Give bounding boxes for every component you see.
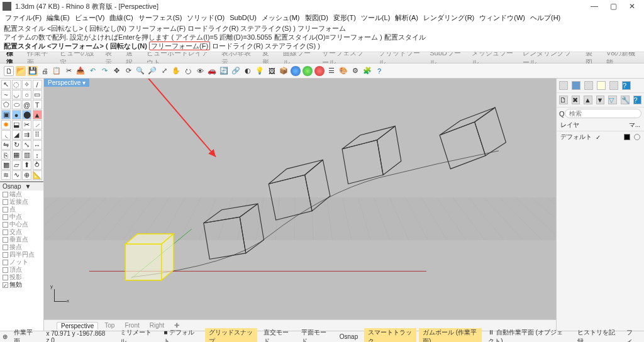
- move-tool-icon[interactable]: ↔: [33, 140, 42, 150]
- analyze-icon[interactable]: 📐: [33, 170, 42, 180]
- sphere-blue-icon[interactable]: [291, 66, 301, 76]
- minimize-button[interactable]: —: [585, 2, 604, 11]
- menu-surface[interactable]: サーフェス(S): [137, 13, 184, 23]
- status-osnap[interactable]: Osnap: [336, 333, 362, 340]
- status-autocplane[interactable]: ⏸ 自動作業平面 (オブジェクト): [484, 328, 571, 343]
- menu-edit[interactable]: 編集(E): [45, 13, 71, 23]
- arc-icon[interactable]: ◡: [12, 90, 21, 99]
- layer-help-icon[interactable]: ?: [633, 96, 642, 104]
- menu-solid[interactable]: ソリッド(O): [186, 13, 226, 23]
- extrude-icon[interactable]: ⬆: [22, 160, 31, 170]
- env-icon[interactable]: [609, 81, 618, 90]
- menu-draft[interactable]: 製図(D): [304, 13, 330, 23]
- layer-color-swatch[interactable]: [624, 134, 630, 140]
- layer-row-default[interactable]: デフォルト ✓: [557, 131, 644, 143]
- menu-analyze[interactable]: 解析(A): [394, 13, 419, 23]
- osnap-proj[interactable]: 投影: [9, 273, 22, 281]
- cmd-highlight-freeform[interactable]: フリーフォーム(F): [149, 41, 210, 50]
- join-icon[interactable]: ⬓: [12, 120, 21, 130]
- view-icon[interactable]: 👁: [195, 66, 205, 76]
- osnap-mid[interactable]: 中点: [9, 213, 22, 221]
- render-icon[interactable]: 🖼: [267, 66, 277, 76]
- dim-icon[interactable]: ↕: [33, 150, 42, 160]
- status-gumball[interactable]: ガムボール (作業平面): [419, 328, 482, 343]
- box-tool-icon[interactable]: ▣: [1, 110, 11, 119]
- layer-up-icon[interactable]: ▲: [584, 96, 592, 104]
- layer-search-input[interactable]: [565, 109, 641, 118]
- gear-icon[interactable]: ⚙: [350, 66, 360, 76]
- material-icon[interactable]: 🎨: [338, 66, 348, 76]
- poly-icon[interactable]: ✧: [22, 80, 31, 89]
- command-area[interactable]: 配置スタイル <回転なし> ( 回転なし(N) フリーフォーム(F) ロードライ…: [0, 23, 644, 52]
- osnap-perp[interactable]: 垂直点: [9, 236, 28, 243]
- split-icon[interactable]: ⟋: [33, 120, 42, 130]
- menu-help[interactable]: ヘルプ(H): [529, 13, 562, 23]
- text-icon[interactable]: T: [33, 100, 42, 109]
- menu-window[interactable]: ウィンドウ(W): [478, 13, 526, 23]
- osnap-disable[interactable]: 無効: [9, 281, 22, 289]
- main-toolbar[interactable]: 🗋 📂 💾 🖨 📋 ✂ 📥 ↶ ↷ ✥ ⟳ 🔍 🔎 ⤢ ✋ ⭮ 👁 🚗 🔄 🔗 …: [0, 63, 644, 79]
- save-icon[interactable]: 💾: [28, 66, 38, 76]
- menu-mesh[interactable]: メッシュ(M): [260, 13, 301, 23]
- sphere-tool-icon[interactable]: ●: [12, 110, 21, 119]
- trim-icon[interactable]: ✂: [22, 120, 31, 130]
- fillet-icon[interactable]: ◟: [1, 130, 11, 140]
- box-icon[interactable]: 📦: [279, 66, 289, 76]
- vtab-perspective[interactable]: Perspective: [57, 322, 98, 329]
- menu-tools[interactable]: ツール(L): [360, 13, 391, 23]
- tab-strip[interactable]: 標準 作業平面 ビューの設定 表示 選択 ビューポートレイアウト 表示/非表示 …: [0, 52, 644, 63]
- boolean-icon[interactable]: ⊕: [22, 170, 31, 180]
- print-icon[interactable]: 🖨: [40, 66, 50, 76]
- osnap-quad[interactable]: 四半円点: [9, 251, 35, 258]
- status-ortho[interactable]: 直交モード: [260, 328, 295, 343]
- bulb-icon[interactable]: 💡: [255, 66, 265, 76]
- loft-icon[interactable]: ≋: [1, 170, 11, 180]
- menu-transform[interactable]: 変形(T): [332, 13, 357, 23]
- clipboard-icon[interactable]: 📋: [52, 66, 62, 76]
- copy-tool-icon[interactable]: ⎘: [1, 150, 11, 160]
- osnap-vert[interactable]: 頂点: [9, 266, 22, 273]
- tool-palette[interactable]: ↖ ◌ ✧ / ~ ◡ ○ ▭ ⬠ ⬭ @ T ▣ ● ⬤ ▲ ✹ ⬓ ✂ ⟋: [0, 79, 44, 331]
- circle-icon[interactable]: ○: [22, 90, 31, 99]
- ellipse-icon[interactable]: ⬭: [12, 100, 21, 109]
- new-icon[interactable]: 🗋: [4, 66, 14, 76]
- status-unit[interactable]: ミリメートル: [116, 328, 157, 343]
- osnap-near[interactable]: 近接点: [9, 198, 28, 206]
- paste-icon[interactable]: 📥: [75, 66, 86, 76]
- curve-icon[interactable]: ~: [1, 90, 11, 99]
- status-history[interactable]: ヒストリを記録: [574, 328, 620, 343]
- menu-render[interactable]: レンダリング(R): [422, 13, 475, 23]
- sweep-icon[interactable]: ∿: [12, 170, 21, 180]
- menu-view[interactable]: ビュー(V): [74, 13, 106, 23]
- layer-down-icon[interactable]: ▼: [596, 96, 605, 104]
- viewport-perspective[interactable]: Perspective ▾: [44, 79, 556, 319]
- rotate-icon[interactable]: ⟳: [123, 66, 133, 76]
- props-icon[interactable]: [559, 81, 568, 90]
- scale-icon[interactable]: ⤡: [22, 140, 31, 150]
- osnap-knot[interactable]: ノット: [9, 258, 28, 266]
- mat-icon[interactable]: [584, 81, 593, 90]
- menu-bar[interactable]: ファイル(F) 編集(E) ビュー(V) 曲線(C) サーフェス(S) ソリッド…: [0, 13, 644, 23]
- zoom-extents-icon[interactable]: ⤢: [159, 66, 169, 76]
- rect-icon[interactable]: ▭: [33, 90, 42, 99]
- osnap-cen[interactable]: 中心点: [9, 221, 28, 228]
- mirror-icon[interactable]: ⇋: [1, 140, 11, 150]
- zoom-icon[interactable]: 🔍: [135, 66, 145, 76]
- move-icon[interactable]: ✥: [111, 66, 121, 76]
- offset-icon[interactable]: ⇉: [22, 130, 31, 140]
- layer-filter-icon[interactable]: ▽: [608, 96, 617, 104]
- menu-file[interactable]: ファイル(F): [4, 13, 43, 23]
- new-layer-icon[interactable]: 🗋: [559, 96, 568, 104]
- cyl-tool-icon[interactable]: ⬤: [22, 110, 31, 119]
- open-icon[interactable]: 📂: [16, 66, 26, 76]
- osnap-end[interactable]: 端点: [9, 190, 22, 198]
- zoom-selection-icon[interactable]: 🔎: [147, 66, 157, 76]
- osnap-tan[interactable]: 接点: [9, 243, 22, 251]
- status-layer[interactable]: ■ デフォルト: [160, 328, 200, 343]
- status-plane[interactable]: 作業平面: [10, 328, 40, 343]
- hatch-icon[interactable]: ▩: [1, 160, 11, 170]
- status-grid-snap[interactable]: グリッドスナップ: [205, 328, 257, 343]
- layers-panel-icon[interactable]: [572, 81, 580, 90]
- ungroup-icon[interactable]: ▥: [22, 150, 31, 160]
- explode-icon[interactable]: ✹: [1, 120, 11, 130]
